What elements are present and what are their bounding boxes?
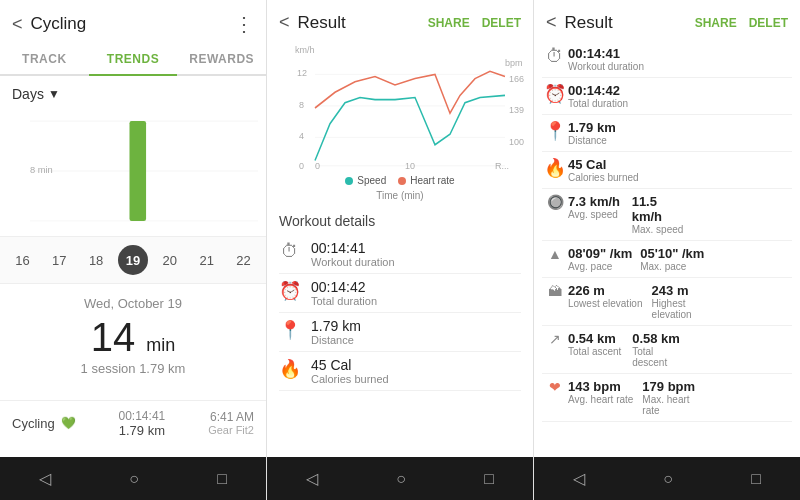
activity-time: 6:41 AM	[208, 410, 254, 424]
avg-pace-value: 08'09" /km	[568, 246, 632, 261]
workout-item-2: 📍 1.79 km Distance	[279, 313, 521, 352]
r-total-duration: 00:14:42	[568, 83, 792, 98]
date-19[interactable]: 19	[118, 245, 148, 275]
nav-back-btn-3[interactable]: ◁	[561, 465, 597, 492]
r-workout-duration: 00:14:41	[568, 46, 792, 61]
result-info-1: 00:14:42 Total duration	[568, 83, 792, 109]
stats-duration: 14 min	[12, 315, 254, 359]
low-elev-label: Lowest elevation	[568, 298, 643, 309]
fire-icon-1: 🔥	[279, 358, 301, 380]
nav-back-btn-2[interactable]: ◁	[294, 465, 330, 492]
tab-rewards[interactable]: REWARDS	[177, 44, 266, 74]
date-21[interactable]: 21	[192, 245, 222, 275]
days-label: Days	[12, 86, 44, 102]
ascent-value: 0.54 km	[568, 331, 621, 346]
high-elev-value: 243 m	[652, 283, 728, 298]
svg-text:12: 12	[297, 68, 307, 78]
result-info-3: 45 Cal Calories burned	[568, 157, 792, 183]
fire-icon-2: 🔥	[542, 157, 568, 179]
back-arrow-icon[interactable]: <	[12, 14, 23, 35]
date-16[interactable]: 16	[7, 245, 37, 275]
heart-label: Heart rate	[410, 175, 454, 186]
cycling-title: Cycling	[31, 14, 87, 34]
panel-result-1: < Result SHARE DELET km/h 12 8 4 0 bpm 1…	[267, 0, 534, 500]
total-duration: 00:14:42	[311, 279, 377, 295]
bottom-nav-2: ◁ ○ □	[267, 457, 533, 500]
avg-hr-label: Avg. heart rate	[568, 394, 633, 405]
max-hr-value: 179 bpm	[642, 379, 708, 394]
svg-rect-4	[129, 121, 146, 221]
activity-row[interactable]: Cycling 💚 00:14:41 1.79 km 6:41 AM Gear …	[0, 400, 266, 446]
avg-speed-label: Avg. speed	[568, 209, 620, 220]
back-arrow-icon-2[interactable]: <	[279, 12, 290, 33]
date-17[interactable]: 17	[44, 245, 74, 275]
tab-trends[interactable]: TRENDS	[89, 44, 178, 76]
bottom-nav-1: ◁ ○ □	[0, 457, 266, 500]
heart-rate-icon: ❤	[542, 379, 568, 395]
tab-track[interactable]: TRACK	[0, 44, 89, 74]
elevation-pair: 226 m Lowest elevation 243 m Highest ele…	[568, 283, 727, 320]
svg-text:10: 10	[405, 161, 415, 171]
workout-duration-label: Workout duration	[311, 256, 395, 268]
pin-icon-1: 📍	[279, 319, 301, 341]
back-arrow-icon-3[interactable]: <	[546, 12, 557, 33]
workout-details: Workout details ⏱ 00:14:41 Workout durat…	[267, 205, 533, 395]
date-18[interactable]: 18	[81, 245, 111, 275]
clock-icon-1: ⏰	[279, 280, 301, 302]
date-20[interactable]: 20	[155, 245, 185, 275]
panel2-header: < Result SHARE DELET	[267, 0, 533, 41]
days-selector[interactable]: Days ▼	[0, 76, 266, 106]
elevation-icon: 🏔	[542, 283, 568, 299]
nav-back-btn[interactable]: ◁	[27, 465, 63, 492]
nav-home-btn-2[interactable]: ○	[384, 466, 418, 492]
max-speed-value: 11.5 km/h	[632, 194, 688, 224]
svg-text:100: 100	[509, 137, 524, 147]
delete-button-2[interactable]: DELET	[749, 16, 788, 30]
pace-pair: 08'09" /km Avg. pace 05'10" /km Max. pac…	[568, 246, 704, 272]
result-row-7: ↗ 0.54 km Total ascent 0.58 km Total des…	[542, 326, 792, 374]
workout-title: Workout details	[279, 213, 521, 229]
panel-cycling: < Cycling ⋮ TRACK TRENDS REWARDS Days ▼ …	[0, 0, 267, 500]
nav-square-btn-2[interactable]: □	[472, 466, 506, 492]
descent-label: Total descent	[632, 346, 688, 368]
high-elev: 243 m Highest elevation	[652, 283, 728, 320]
workout-info-3: 45 Cal Calories burned	[311, 357, 389, 385]
max-hr-label: Max. heart rate	[642, 394, 708, 416]
svg-text:4: 4	[299, 131, 304, 141]
panel1-header-left: < Cycling	[12, 14, 86, 35]
distance-label: Distance	[311, 334, 361, 346]
max-pace-label: Max. pace	[640, 261, 704, 272]
nav-home-btn-3[interactable]: ○	[651, 466, 685, 492]
pin-icon-2: 📍	[542, 120, 568, 142]
more-options-icon[interactable]: ⋮	[234, 12, 254, 36]
share-button-1[interactable]: SHARE	[428, 16, 470, 30]
stats-area: Wed, October 19 14 min 1 session 1.79 km	[0, 284, 266, 388]
avg-hr: 143 bpm Avg. heart rate	[568, 379, 634, 416]
result-row-5: ▲ 08'09" /km Avg. pace 05'10" /km Max. p…	[542, 241, 792, 278]
panel2-actions: SHARE DELET	[428, 16, 521, 30]
legend-heart: Heart rate	[398, 175, 454, 186]
date-22[interactable]: 22	[228, 245, 258, 275]
days-dropdown-icon[interactable]: ▼	[48, 87, 60, 101]
nav-square-btn[interactable]: □	[205, 466, 239, 492]
calories-value: 45 Cal	[311, 357, 389, 373]
nav-home-btn[interactable]: ○	[117, 466, 151, 492]
svg-text:km/h: km/h	[295, 45, 314, 55]
svg-text:8 min: 8 min	[30, 164, 53, 175]
ascent-pair: 0.54 km Total ascent 0.58 km Total desce…	[568, 331, 688, 368]
ascent-label: Total ascent	[568, 346, 621, 357]
panel3-header: < Result SHARE DELET	[534, 0, 800, 41]
delete-button-1[interactable]: DELET	[482, 16, 521, 30]
stats-value: 14	[91, 315, 136, 359]
activity-distance: 1.79 km	[119, 423, 166, 438]
svg-text:bpm: bpm	[505, 58, 523, 68]
share-button-2[interactable]: SHARE	[695, 16, 737, 30]
descent-value: 0.58 km	[632, 331, 688, 346]
legend-speed: Speed	[345, 175, 386, 186]
result-info-0: 00:14:41 Workout duration	[568, 46, 792, 72]
workout-info-2: 1.79 km Distance	[311, 318, 361, 346]
nav-square-btn-3[interactable]: □	[739, 466, 773, 492]
total-duration-label: Total duration	[311, 295, 377, 307]
workout-item-3: 🔥 45 Cal Calories burned	[279, 352, 521, 391]
ascent-icon: ↗	[542, 331, 568, 347]
